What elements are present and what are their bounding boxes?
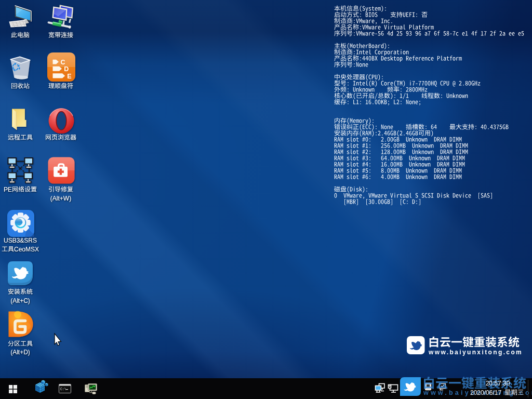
svg-text:C: C [61, 59, 65, 66]
svg-text:E: E [67, 73, 71, 80]
svg-text:C:\: C:\ [60, 388, 66, 391]
svg-text:(Alt+D): (Alt+D) [10, 349, 30, 356]
svg-text:PE: PE [4, 186, 12, 193]
svg-text:D: D [64, 65, 69, 73]
svg-text:2020/06/17: 2020/06/17 [470, 389, 501, 396]
svg-text:(Alt+W): (Alt+W) [50, 195, 71, 202]
svg-text:USB3&SRS: USB3&SRS [4, 237, 37, 244]
svg-text:www.baiyunxitong.com: www.baiyunxitong.com [428, 349, 523, 356]
svg-text:CeoMSX: CeoMSX [14, 246, 39, 253]
svg-text:20:57:30: 20:57:30 [486, 380, 510, 387]
svg-text:(Alt+C): (Alt+C) [10, 297, 30, 304]
